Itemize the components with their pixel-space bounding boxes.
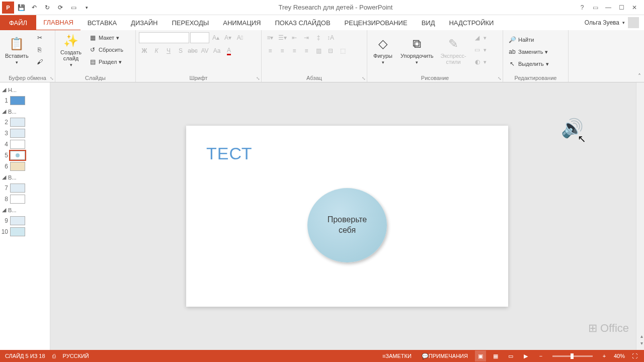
collapse-ribbon-icon[interactable]: ˄ bbox=[638, 73, 641, 80]
section-header[interactable]: ◢Н... bbox=[1, 84, 49, 95]
qat-customize-icon[interactable]: ▾ bbox=[80, 2, 93, 14]
select-button[interactable]: ↖Выделить ▾ bbox=[506, 58, 565, 69]
font-size-input[interactable] bbox=[190, 32, 209, 43]
spell-check-icon[interactable]: ⎙ bbox=[52, 353, 56, 359]
next-slide-icon[interactable]: ▾ bbox=[640, 340, 643, 346]
avatar[interactable] bbox=[628, 17, 639, 28]
bold-icon[interactable]: Ж bbox=[139, 45, 150, 56]
slide-thumb[interactable] bbox=[10, 184, 25, 193]
clear-format-icon[interactable]: A⃠ bbox=[234, 32, 246, 43]
dialog-launcher-icon[interactable]: ⤡ bbox=[50, 76, 54, 81]
slide-thumb[interactable] bbox=[10, 216, 25, 225]
find-button[interactable]: 🔎Найти bbox=[506, 34, 565, 45]
increase-indent-icon[interactable]: ⇥ bbox=[301, 32, 312, 43]
display-options-icon[interactable]: ▭ bbox=[590, 2, 601, 13]
layout-button[interactable]: ▦Макет ▾ bbox=[87, 32, 125, 43]
fit-to-window-icon[interactable]: ⛶ bbox=[629, 350, 640, 361]
dialog-launcher-icon[interactable]: ⤡ bbox=[498, 76, 502, 81]
comments-button[interactable]: 💬 ПРИМЕЧАНИЯ bbox=[419, 350, 471, 362]
slide-sorter-icon[interactable]: ▦ bbox=[490, 350, 501, 361]
quick-styles-button[interactable]: ✎ Экспресс- стили bbox=[438, 32, 468, 68]
reading-view-icon[interactable]: ▭ bbox=[505, 350, 516, 361]
shapes-button[interactable]: ◇ Фигуры▾ bbox=[370, 32, 395, 68]
slide-circle-shape[interactable]: Проверьте себя bbox=[307, 188, 387, 262]
zoom-out-icon[interactable]: − bbox=[535, 350, 546, 361]
shape-effects-button[interactable]: ◐▾ bbox=[471, 56, 489, 67]
font-family-input[interactable] bbox=[139, 32, 189, 43]
slide-thumb[interactable] bbox=[10, 195, 25, 204]
vertical-scrollbar[interactable] bbox=[636, 82, 644, 350]
section-header[interactable]: ◢В... bbox=[1, 106, 49, 117]
arrange-button[interactable]: ⧉ Упорядочить▾ bbox=[398, 32, 435, 68]
normal-view-icon[interactable]: ▣ bbox=[475, 350, 486, 361]
section-header[interactable]: ◢В... bbox=[1, 205, 49, 215]
decrease-indent-icon[interactable]: ⇤ bbox=[289, 32, 300, 43]
decrease-font-icon[interactable]: A▾ bbox=[222, 32, 233, 43]
columns-icon[interactable]: ▥ bbox=[313, 45, 324, 56]
paste-button[interactable]: 📋 Вставить ▾ bbox=[3, 32, 31, 68]
slide-thumb[interactable] bbox=[10, 140, 25, 149]
underline-icon[interactable]: Ч bbox=[163, 45, 174, 56]
tab-design[interactable]: ДИЗАЙН bbox=[124, 15, 165, 30]
tab-animations[interactable]: АНИМАЦИЯ bbox=[216, 15, 268, 30]
reset-button[interactable]: ↺Сбросить bbox=[87, 44, 125, 55]
maximize-icon[interactable]: ☐ bbox=[616, 2, 627, 13]
line-spacing-icon[interactable]: ‡ bbox=[313, 32, 324, 43]
italic-icon[interactable]: К bbox=[151, 45, 162, 56]
section-button[interactable]: ▤Раздел ▾ bbox=[87, 56, 125, 67]
strike-icon[interactable]: abc bbox=[187, 45, 198, 56]
tab-file[interactable]: ФАЙЛ bbox=[0, 15, 36, 30]
new-slide-button[interactable]: ✨ Создать слайд ▾ bbox=[58, 32, 84, 68]
app-icon[interactable]: P bbox=[2, 2, 14, 14]
increase-font-icon[interactable]: A▴ bbox=[210, 32, 221, 43]
align-left-icon[interactable]: ≡ bbox=[265, 45, 276, 56]
slide-canvas[interactable]: ТЕСТ Проверьте себя bbox=[186, 126, 508, 307]
redo-icon[interactable]: ↻ bbox=[41, 2, 53, 14]
repeat-icon[interactable]: ⟳ bbox=[54, 2, 66, 14]
slideshow-view-icon[interactable]: ▶ bbox=[520, 350, 531, 361]
shape-fill-button[interactable]: ◢▾ bbox=[471, 32, 489, 43]
numbering-icon[interactable]: ☰▾ bbox=[277, 32, 288, 43]
shadow-icon[interactable]: S bbox=[175, 45, 186, 56]
replace-button[interactable]: abЗаменить ▾ bbox=[506, 46, 565, 57]
user-area[interactable]: Ольга Зуева ▾ bbox=[585, 15, 644, 30]
text-direction-icon[interactable]: ↕A bbox=[325, 32, 336, 43]
zoom-in-icon[interactable]: + bbox=[599, 350, 610, 361]
tab-home[interactable]: ГЛАВНАЯ bbox=[36, 15, 80, 31]
bullets-icon[interactable]: ≡▾ bbox=[265, 32, 276, 43]
slide-thumb[interactable] bbox=[10, 162, 25, 171]
undo-icon[interactable]: ↶ bbox=[28, 2, 40, 14]
save-icon[interactable]: 💾 bbox=[15, 2, 27, 14]
close-icon[interactable]: ✕ bbox=[629, 2, 640, 13]
zoom-slider[interactable] bbox=[552, 355, 593, 357]
change-case-icon[interactable]: Aa bbox=[211, 45, 222, 56]
slide-thumb[interactable] bbox=[10, 118, 25, 127]
format-painter-button[interactable]: 🖌 bbox=[34, 56, 46, 67]
section-header[interactable]: ◢В... bbox=[1, 172, 49, 183]
tab-transitions[interactable]: ПЕРЕХОДЫ bbox=[165, 15, 216, 30]
prev-slide-icon[interactable]: ▴ bbox=[640, 333, 643, 339]
notes-button[interactable]: ≡ ЗАМЕТКИ bbox=[379, 350, 415, 362]
slide-canvas-area[interactable]: ТЕСТ Проверьте себя 🔊 ↖ ⊞Office ▴ ▾ bbox=[50, 82, 644, 350]
align-right-icon[interactable]: ≡ bbox=[289, 45, 300, 56]
minimize-icon[interactable]: — bbox=[603, 2, 614, 13]
copy-button[interactable]: ⎘ bbox=[34, 44, 46, 55]
slide-counter[interactable]: СЛАЙД 5 ИЗ 18 bbox=[5, 353, 45, 359]
font-color-icon[interactable]: A bbox=[223, 45, 234, 56]
char-spacing-icon[interactable]: AV bbox=[199, 45, 210, 56]
align-center-icon[interactable]: ≡ bbox=[277, 45, 288, 56]
start-from-beginning-icon[interactable]: ▭ bbox=[67, 2, 79, 14]
smartart-icon[interactable]: ⬚ bbox=[337, 45, 348, 56]
dialog-launcher-icon[interactable]: ⤡ bbox=[256, 76, 260, 81]
tab-view[interactable]: ВИД bbox=[415, 15, 442, 30]
dialog-launcher-icon[interactable]: ⤡ bbox=[362, 76, 366, 81]
align-text-icon[interactable]: ⊟ bbox=[325, 45, 336, 56]
tab-slideshow[interactable]: ПОКАЗ СЛАЙДОВ bbox=[268, 15, 338, 30]
shape-outline-button[interactable]: ▭▾ bbox=[471, 44, 489, 55]
slide-thumb[interactable] bbox=[10, 227, 25, 236]
slide-thumb[interactable] bbox=[10, 96, 25, 105]
help-icon[interactable]: ? bbox=[577, 2, 588, 13]
cut-button[interactable]: ✂ bbox=[34, 32, 46, 43]
zoom-level[interactable]: 40% bbox=[614, 353, 625, 359]
slide-title-text[interactable]: ТЕСТ bbox=[206, 144, 253, 163]
